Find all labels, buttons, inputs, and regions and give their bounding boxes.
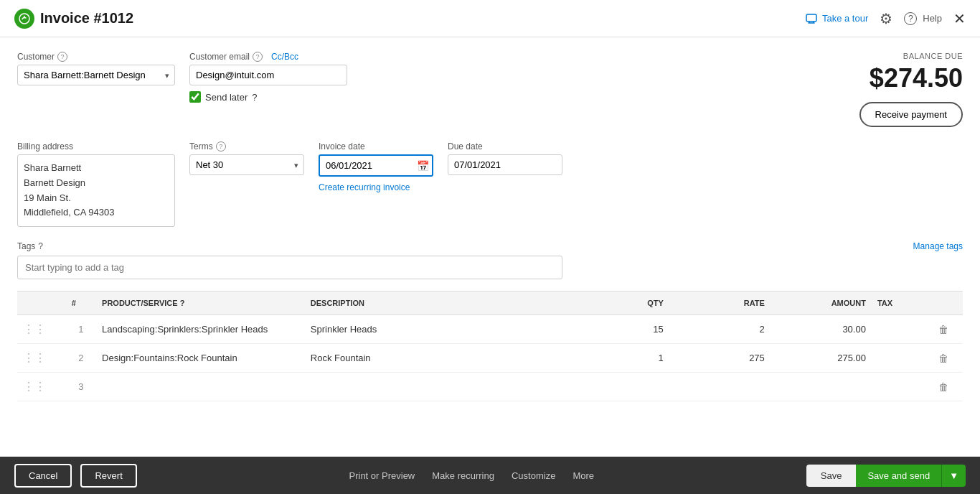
svg-rect-2	[806, 14, 816, 22]
footer-center: Print or Preview Make recurring Customiz…	[137, 470, 806, 481]
product-cell[interactable]: Landscaping:Sprinklers:Sprinkler Heads	[96, 315, 305, 344]
take-tour-link[interactable]: Take a tour	[805, 12, 868, 25]
row-number: 1	[66, 315, 96, 344]
tax-cell[interactable]	[872, 344, 933, 373]
product-help-icon[interactable]: ?	[180, 299, 185, 307]
customer-select-wrapper: Shara Barnett:Barnett Design	[17, 65, 175, 85]
header: Invoice #1012 Take a tour ⚙ ? Help ✕	[0, 0, 980, 37]
terms-select[interactable]: Net 30	[189, 154, 304, 175]
balance-due-label: BALANCE DUE	[805, 52, 963, 60]
print-preview-link[interactable]: Print or Preview	[349, 470, 415, 481]
amount-cell: 30.00	[771, 315, 872, 344]
customer-help-icon[interactable]: ?	[57, 52, 67, 62]
help-button[interactable]: ? Help	[904, 12, 942, 25]
save-button[interactable]: Save	[806, 465, 857, 487]
cancel-button[interactable]: Cancel	[14, 464, 72, 488]
terms-select-wrapper: Net 30	[189, 154, 304, 175]
main-content: Customer ? Shara Barnett:Barnett Design …	[0, 37, 980, 457]
tags-section: Tags ? Manage tags	[17, 241, 963, 279]
col-header-tax: TAX	[872, 292, 933, 315]
invoice-date-label: Invoice date	[319, 141, 433, 152]
cc-bcc-link[interactable]: Cc/Bcc	[271, 52, 298, 62]
send-later-checkbox[interactable]	[189, 91, 201, 103]
invoice-table-body: ⋮⋮ 1 Landscaping:Sprinklers:Sprinkler He…	[17, 315, 963, 401]
tags-label: Tags ?	[17, 241, 43, 251]
delete-row-cell[interactable]: 🗑	[933, 344, 963, 373]
customer-email-input[interactable]	[189, 65, 347, 85]
qty-cell[interactable]	[588, 373, 669, 401]
customize-link[interactable]: Customize	[512, 470, 555, 481]
billing-line4: Middlefield, CA 94303	[24, 205, 169, 220]
delete-row-button[interactable]: 🗑	[938, 324, 948, 335]
invoice-date-input[interactable]	[319, 154, 433, 177]
create-recurring-link[interactable]: Create recurring invoice	[319, 182, 433, 192]
send-later-row: Send later ?	[189, 91, 347, 103]
manage-tags-link[interactable]: Manage tags	[913, 241, 963, 251]
col-header-amount: AMOUNT	[771, 292, 872, 315]
product-cell[interactable]	[96, 373, 305, 401]
email-help-icon[interactable]: ?	[253, 52, 263, 62]
settings-button[interactable]: ⚙	[880, 10, 892, 27]
balance-due-amount: $274.50	[805, 63, 963, 93]
description-cell[interactable]: Sprinkler Heads	[305, 315, 588, 344]
delete-row-button[interactable]: 🗑	[938, 353, 948, 364]
tour-icon	[805, 12, 818, 25]
drag-handle[interactable]: ⋮⋮	[17, 344, 66, 373]
revert-button[interactable]: Revert	[80, 464, 136, 488]
middle-section: Billing address Shara Barnett Barnett De…	[17, 141, 963, 227]
table-header-row: # PRODUCT/SERVICE ? DESCRIPTION QTY RATE…	[17, 292, 963, 315]
customer-field-group: Customer ? Shara Barnett:Barnett Design	[17, 52, 175, 85]
make-recurring-link[interactable]: Make recurring	[432, 470, 494, 481]
customer-select[interactable]: Shara Barnett:Barnett Design	[17, 65, 175, 85]
app-logo-icon	[14, 9, 34, 29]
drag-handle[interactable]: ⋮⋮	[17, 315, 66, 344]
description-cell[interactable]	[305, 373, 588, 401]
drag-handle[interactable]: ⋮⋮	[17, 373, 66, 401]
qty-cell[interactable]: 15	[588, 315, 669, 344]
close-button[interactable]: ✕	[953, 10, 966, 27]
receive-payment-button[interactable]: Receive payment	[859, 102, 963, 127]
terms-field-group: Terms ? Net 30	[189, 141, 304, 175]
more-link[interactable]: More	[573, 470, 594, 481]
terms-label: Terms ?	[189, 141, 304, 152]
footer-left: Cancel Revert	[14, 464, 137, 488]
rate-cell[interactable]: 275	[669, 344, 771, 373]
rate-cell[interactable]	[669, 373, 771, 401]
product-cell[interactable]: Design:Fountains:Rock Fountain	[96, 344, 305, 373]
save-and-send-button[interactable]: Save and send	[856, 465, 941, 487]
col-header-del	[933, 292, 963, 315]
qty-cell[interactable]: 1	[588, 344, 669, 373]
col-header-product: PRODUCT/SERVICE ?	[96, 292, 305, 315]
help-circle-icon: ?	[904, 12, 917, 25]
delete-row-button[interactable]: 🗑	[938, 381, 948, 393]
billing-line3: 19 Main St.	[24, 191, 169, 206]
row-number: 3	[66, 373, 96, 401]
billing-address-box[interactable]: Shara Barnett Barnett Design 19 Main St.…	[17, 154, 175, 227]
invoice-date-calendar-icon[interactable]: 📅	[417, 160, 429, 172]
due-date-label: Due date	[448, 141, 562, 152]
customer-section: Customer ? Shara Barnett:Barnett Design …	[17, 52, 805, 127]
tags-help-icon[interactable]: ?	[38, 241, 43, 251]
due-date-input[interactable]	[448, 154, 562, 175]
footer-right: Save Save and send ▼	[806, 465, 966, 487]
delete-row-cell[interactable]: 🗑	[933, 315, 963, 344]
tags-input[interactable]	[17, 256, 562, 279]
tags-header: Tags ? Manage tags	[17, 241, 963, 251]
delete-row-cell[interactable]: 🗑	[933, 373, 963, 401]
send-later-help-icon[interactable]: ?	[252, 92, 257, 103]
rate-cell[interactable]: 2	[669, 315, 771, 344]
col-header-rate: RATE	[669, 292, 771, 315]
svg-point-0	[19, 14, 29, 24]
invoice-table: # PRODUCT/SERVICE ? DESCRIPTION QTY RATE…	[17, 291, 963, 401]
col-header-drag	[17, 292, 66, 315]
invoice-date-field-group: Invoice date 📅 Create recurring invoice	[319, 141, 433, 192]
table-row: ⋮⋮ 1 Landscaping:Sprinklers:Sprinkler He…	[17, 315, 963, 344]
description-cell[interactable]: Rock Fountain	[305, 344, 588, 373]
save-send-dropdown-button[interactable]: ▼	[941, 465, 966, 487]
amount-cell	[771, 373, 872, 401]
tax-cell[interactable]	[872, 315, 933, 344]
due-date-field-group: Due date	[448, 141, 562, 175]
tax-cell[interactable]	[872, 373, 933, 401]
billing-address-label: Billing address	[17, 141, 175, 152]
terms-help-icon[interactable]: ?	[216, 141, 226, 152]
